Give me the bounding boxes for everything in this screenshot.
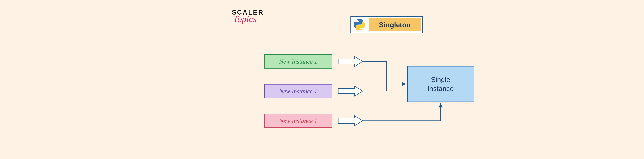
scaler-topics-logo: SCALER Topics [232,9,264,24]
instance-label-2: New Instance 1 [279,88,317,95]
instance-box-1: New Instance 1 [264,54,332,68]
instance-label-3: New Instance 1 [279,117,317,124]
instance-box-2: New Instance 1 [264,84,332,98]
singleton-badge: Singleton [350,16,422,33]
single-instance-label: Single Instance [427,75,454,93]
diagram-canvas: SCALER Topics Singleton New Instance 1 N… [232,9,541,150]
arrow-icon [338,85,363,97]
single-instance-box: Single Instance [407,66,474,102]
instance-label-1: New Instance 1 [279,58,317,65]
python-logo-icon [351,17,368,32]
arrow-icon [338,56,363,67]
arrow-icon [338,115,363,126]
instance-box-3: New Instance 1 [264,114,332,128]
singleton-label: Singleton [369,18,421,31]
